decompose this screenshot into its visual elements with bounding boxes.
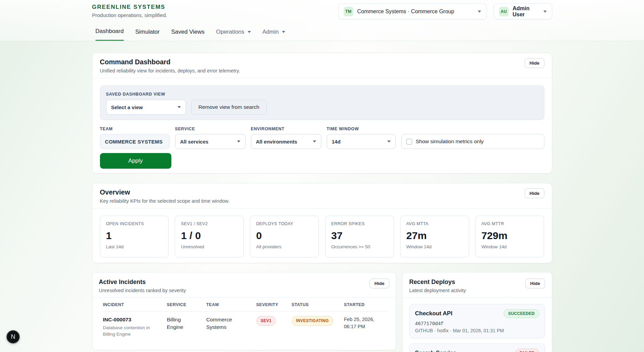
team-badge: TM: [344, 7, 353, 16]
divider: [92, 78, 552, 78]
incidents-table-header: INCIDENT SERVICE TEAM SEVERITY STATUS ST…: [103, 298, 387, 312]
incidents-table: INCIDENT SERVICE TEAM SEVERITY STATUS ST…: [103, 298, 387, 342]
kpi-value: 27m: [406, 230, 463, 241]
time-window-select[interactable]: 14d: [327, 134, 396, 149]
overview-hide-button[interactable]: Hide: [525, 188, 544, 198]
team-selector-label: Commerce Systems · Commerce Group: [357, 9, 454, 15]
tab-saved-views[interactable]: Saved Views: [171, 28, 204, 41]
apply-button[interactable]: Apply: [100, 153, 171, 169]
recent-deploys-hide-button[interactable]: Hide: [525, 279, 545, 288]
kpi-error-spikes: ERROR SPIKES 37 Occurrences >= 50: [325, 216, 394, 257]
user-avatar-badge: AU: [499, 7, 509, 16]
saved-view-select[interactable]: Select a view: [106, 100, 186, 115]
brand: GREENLINE SYSTEMS Production operations,…: [92, 4, 167, 18]
simulation-checkbox-label: Show simulation metrics only: [416, 138, 484, 145]
incident-team: Commerce Systems: [206, 316, 242, 331]
kpi-value: 729m: [481, 230, 538, 241]
active-incidents-hide-button[interactable]: Hide: [370, 279, 389, 288]
environment-select[interactable]: All environments: [251, 134, 321, 149]
chevron-down-icon: [282, 31, 285, 33]
col-incident: INCIDENT: [103, 302, 167, 307]
tab-admin[interactable]: Admin: [262, 28, 285, 41]
col-service: SERVICE: [167, 302, 206, 307]
tab-operations[interactable]: Operations: [216, 28, 251, 41]
environment-select-value: All environments: [256, 139, 298, 145]
overview-card: Overview Key reliability KPIs for the se…: [92, 183, 552, 263]
kpi-label: OPEN INCIDENTS: [106, 221, 163, 226]
table-row: INC-000073 Database contention in Billin…: [103, 312, 387, 342]
incident-service: Billing Engine: [167, 316, 198, 331]
team-filter: TEAM COMMERCE SYSTEMS: [100, 127, 170, 149]
tab-dashboard-label: Dashboard: [96, 28, 124, 35]
service-select[interactable]: All services: [175, 134, 245, 149]
kpi-value: 1 / 0: [181, 230, 238, 241]
chevron-down-icon: [237, 140, 240, 143]
brand-name: GREENLINE SYSTEMS: [92, 4, 167, 11]
recent-deploys-card: Recent Deploys Latest deployment activit…: [402, 272, 552, 352]
dev-tools-button[interactable]: N: [6, 330, 20, 343]
app-header: GREENLINE SYSTEMS Production operations,…: [0, 0, 644, 41]
kpi-deploys-today: DEPLOYS TODAY 0 All providers: [250, 216, 319, 257]
kpi-avg-mttr: AVG MTTR 729m Window 14d: [475, 216, 544, 257]
chevron-down-icon: [177, 106, 181, 108]
simulation-metrics-toggle[interactable]: Show simulation metrics only: [401, 134, 544, 149]
active-incidents-subtitle: Unresolved incidents ranked by severity: [99, 288, 186, 293]
service-select-value: All services: [180, 139, 208, 145]
service-filter: SERVICE All services: [175, 127, 245, 149]
chevron-down-icon: [387, 140, 391, 143]
deploy-item: Search Service FAILED: [409, 343, 545, 352]
col-severity: SEVERITY: [256, 302, 292, 307]
kpi-sub: All providers: [256, 244, 313, 249]
overview-subtitle: Key reliability KPIs for the selected sc…: [100, 198, 230, 204]
active-incidents-title: Active Incidents: [99, 279, 186, 286]
col-started: STARTED: [344, 302, 387, 307]
deploy-status-badge: FAILED: [515, 349, 539, 352]
deploy-name: Search Service: [415, 350, 457, 352]
tab-simulator-label: Simulator: [135, 29, 160, 35]
recent-deploys-title: Recent Deploys: [409, 279, 466, 286]
dev-tools-logo: N: [11, 333, 15, 340]
team-selector[interactable]: TM Commerce Systems · Commerce Group: [338, 3, 487, 19]
kpi-avg-mtta: AVG MTTA 27m Window 14d: [400, 216, 469, 257]
main-nav: Dashboard Simulator Saved Views Operatio…: [96, 28, 285, 41]
command-dashboard-title: Command Dashboard: [100, 58, 240, 66]
service-filter-label: SERVICE: [175, 127, 245, 131]
chevron-down-icon: [478, 11, 481, 13]
kpi-label: SEV1 / SEV2: [181, 221, 238, 226]
saved-view-label: SAVED DASHBOARD VIEW: [106, 92, 165, 97]
divider: [403, 297, 552, 298]
col-status: STATUS: [292, 302, 344, 307]
recent-deploys-subtitle: Latest deployment activity: [409, 288, 466, 293]
kpi-open-incidents: OPEN INCIDENTS 1 Last 14d: [100, 216, 169, 257]
user-menu-label: Admin User: [513, 5, 535, 18]
command-dashboard-card: Command Dashboard Unified reliability vi…: [92, 53, 552, 173]
kpi-label: ERROR SPIKES: [331, 221, 388, 226]
overview-title: Overview: [100, 188, 230, 196]
divider: [92, 208, 552, 208]
kpi-sub: Last 14d: [106, 244, 163, 249]
brand-tagline: Production operations, simplified.: [92, 12, 167, 18]
command-dashboard-subtitle: Unified reliability view for incidents, …: [100, 68, 240, 73]
tab-simulator[interactable]: Simulator: [135, 28, 160, 41]
kpi-label: AVG MTTR: [481, 221, 538, 226]
col-team: TEAM: [206, 302, 256, 307]
kpi-label: DEPLOYS TODAY: [256, 221, 313, 226]
saved-view-panel: SAVED DASHBOARD VIEW Select a view Remov…: [100, 85, 544, 120]
tab-operations-label: Operations: [216, 29, 244, 35]
tab-dashboard[interactable]: Dashboard: [96, 28, 124, 41]
deploy-meta: GITHUB · hotfix · Mar 01, 2026, 01:31 PM: [415, 328, 539, 333]
kpi-sev1-sev2: SEV1 / SEV2 1 / 0 Unresolved: [175, 216, 244, 257]
active-incidents-card: Active Incidents Unresolved incidents ra…: [92, 272, 396, 350]
team-filter-value: COMMERCE SYSTEMS: [100, 134, 170, 149]
kpi-label: AVG MTTA: [406, 221, 463, 226]
remove-view-button[interactable]: Remove view from search: [191, 100, 267, 115]
simulation-checkbox[interactable]: [406, 139, 412, 145]
time-window-select-value: 14d: [332, 139, 341, 145]
command-dashboard-hide-button[interactable]: Hide: [525, 58, 544, 68]
incident-id: INC-000073: [103, 316, 159, 323]
chevron-down-icon: [248, 31, 251, 33]
time-window-filter-label: TIME WINDOW: [327, 127, 396, 131]
deploy-name: Checkout API: [415, 310, 453, 317]
user-menu[interactable]: AU Admin User: [494, 3, 552, 19]
deploy-commit-hash: 4677170d4f: [415, 321, 539, 326]
